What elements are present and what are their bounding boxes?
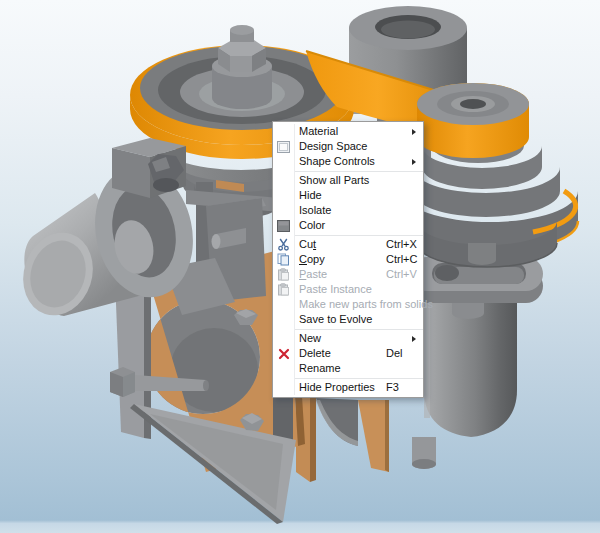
menu-item-design-space[interactable]: Design Space	[273, 139, 423, 154]
menu-item-shortcut: Ctrl+C	[386, 254, 417, 265]
menu-separator	[295, 171, 423, 172]
menu-item-shortcut: Ctrl+X	[386, 239, 417, 250]
menu-item-label: Paste	[299, 269, 327, 280]
small-pulley[interactable]	[417, 83, 529, 158]
cut-icon	[273, 238, 294, 251]
menu-item-label: Make new parts from solids	[299, 299, 433, 310]
color-swatch-icon	[273, 220, 294, 232]
menu-item-label: Material	[299, 126, 338, 137]
menu-item-delete[interactable]: Delete Del	[273, 346, 423, 361]
menu-item-label: Save to Evolve	[299, 314, 372, 325]
menu-item-label: Cut	[299, 239, 316, 250]
menu-item-label: Shape Controls	[299, 156, 375, 167]
submenu-arrow-icon	[412, 129, 416, 135]
menu-item-hide[interactable]: Hide	[273, 188, 423, 203]
cad-viewport[interactable]: Material Design Space Shape Controls Sho…	[0, 0, 600, 533]
paste-icon	[273, 268, 294, 281]
menu-item-label: Hide	[299, 190, 322, 201]
menu-item-make-new-parts-from-solids[interactable]: Make new parts from solids	[273, 297, 423, 312]
menu-separator	[295, 329, 423, 330]
menu-item-label: Color	[299, 220, 325, 231]
menu-item-cut[interactable]: Cut Ctrl+X	[273, 237, 423, 252]
menu-item-label: Show all Parts	[299, 175, 369, 186]
menu-item-copy[interactable]: Copy Ctrl+C	[273, 252, 423, 267]
context-menu: Material Design Space Shape Controls Sho…	[272, 121, 424, 398]
paste-icon	[273, 283, 294, 296]
design-space-icon	[273, 141, 294, 153]
menu-item-paste-instance[interactable]: Paste Instance	[273, 282, 423, 297]
menu-item-material[interactable]: Material	[273, 124, 423, 139]
menu-item-label: Rename	[299, 363, 341, 374]
menu-item-paste[interactable]: Paste Ctrl+V	[273, 267, 423, 282]
menu-item-shape-controls[interactable]: Shape Controls	[273, 154, 423, 169]
menu-item-shortcut: Del	[386, 348, 403, 359]
menu-item-label: Paste Instance	[299, 284, 372, 295]
menu-item-hide-properties[interactable]: Hide Properties F3	[273, 380, 423, 395]
submenu-arrow-icon	[412, 336, 416, 342]
submenu-arrow-icon	[412, 159, 416, 165]
menu-item-shortcut: F3	[386, 382, 399, 393]
menu-item-label: Isolate	[299, 205, 331, 216]
menu-separator	[295, 378, 423, 379]
menu-item-shortcut: Ctrl+V	[386, 269, 417, 280]
menu-item-label: Copy	[299, 254, 325, 265]
delete-icon	[273, 348, 294, 360]
hub-hex-nut	[218, 25, 266, 72]
copy-icon	[273, 253, 294, 266]
menu-item-new[interactable]: New	[273, 331, 423, 346]
menu-item-show-all-parts[interactable]: Show all Parts	[273, 173, 423, 188]
menu-item-label: Design Space	[299, 141, 368, 152]
tank-bracket-plates[interactable]	[296, 394, 389, 482]
menu-item-color[interactable]: Color	[273, 218, 423, 233]
menu-item-save-to-evolve[interactable]: Save to Evolve	[273, 312, 423, 327]
menu-item-label: Delete	[299, 348, 331, 359]
menu-item-rename[interactable]: Rename	[273, 361, 423, 376]
menu-item-label: New	[299, 333, 321, 344]
menu-item-isolate[interactable]: Isolate	[273, 203, 423, 218]
menu-separator	[295, 235, 423, 236]
menu-item-label: Hide Properties	[299, 382, 375, 393]
